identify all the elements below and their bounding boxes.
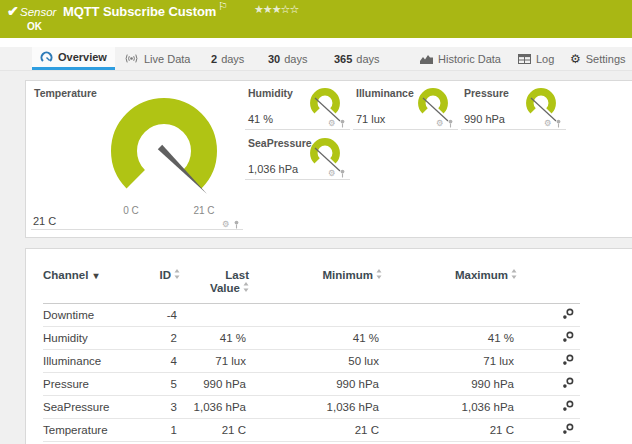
gauge-pin-icon[interactable]: [339, 119, 346, 128]
sort-icon: [376, 269, 382, 279]
channel-id: 3: [137, 396, 180, 419]
channel-name[interactable]: Downtime: [43, 304, 137, 327]
channel-settings-wrench-icon[interactable]: [562, 377, 574, 389]
gauge-value: 21 C: [33, 215, 56, 227]
gauge-icon: [40, 51, 53, 64]
gear-icon: ⚙: [570, 52, 581, 66]
table-row-illuminance: Illuminance 4 71 lux 50 lux 71 lux: [43, 350, 580, 373]
table-row-pressure: Pressure 5 990 hPa 990 hPa 990 hPa: [43, 373, 580, 396]
tab-log[interactable]: Log: [508, 47, 564, 70]
sensor-header: ✔ Sensor MQTT Subscribe Custom ⚐ ★★★☆☆ O…: [0, 0, 632, 38]
flag-icon[interactable]: ⚐: [218, 0, 228, 13]
gauge-title: Pressure: [464, 87, 509, 99]
sort-icon: [243, 282, 249, 292]
priority-stars[interactable]: ★★★☆☆: [254, 3, 298, 16]
gauge-pin-icon[interactable]: [233, 220, 240, 229]
channel-id: 5: [137, 373, 180, 396]
channel-last-value: 990 hPa: [180, 373, 249, 396]
tab-settings[interactable]: ⚙ Settings: [560, 47, 632, 70]
broadcast-icon: [124, 53, 139, 64]
channel-name[interactable]: Pressure: [43, 373, 137, 396]
status-ok-check-icon: ✔: [7, 3, 19, 19]
column-header-channel[interactable]: Channel▾: [43, 249, 137, 304]
channel-minimum: 1,036 hPa: [249, 396, 382, 419]
table-row-humidity: Humidity 2 41 % 41 % 41 %: [43, 327, 580, 350]
table-row-temperature: Temperature 1 21 C 21 C 21 C: [43, 419, 580, 442]
gauge-seapressure: SeaPressure 1,036 hPa ⚙: [248, 137, 353, 183]
tab-live-data[interactable]: Live Data: [114, 47, 200, 70]
gauge-pin-icon[interactable]: [447, 119, 454, 128]
page-title: MQTT Subscribe Custom: [63, 4, 216, 19]
channel-settings-wrench-icon[interactable]: [562, 423, 574, 435]
channel-minimum: 990 hPa: [249, 373, 382, 396]
log-table-icon: [518, 54, 531, 64]
channel-maximum: 1,036 hPa: [382, 396, 517, 419]
column-header-maximum[interactable]: Maximum: [382, 249, 517, 304]
sort-icon: [511, 269, 517, 279]
channel-maximum: [382, 304, 517, 327]
column-header-tools: [517, 249, 580, 304]
gauge-title: Temperature: [34, 87, 97, 99]
gauge-gear-icon[interactable]: ⚙: [328, 168, 336, 178]
channel-minimum: [249, 304, 382, 327]
table-row-seapressure: SeaPressure 3 1,036 hPa 1,036 hPa 1,036 …: [43, 396, 580, 419]
tab-2-days[interactable]: 2 days: [201, 47, 254, 70]
channels-panel: Channel▾ ID LastValue Minimum Maximum Do…: [25, 248, 632, 444]
channel-last-value: 71 lux: [180, 350, 249, 373]
gauge-humidity: Humidity 41 % ⚙: [248, 87, 353, 133]
channel-minimum: 21 C: [249, 419, 382, 442]
channel-id: 2: [137, 327, 180, 350]
chevron-down-icon: ▾: [93, 270, 98, 281]
channel-id: 1: [137, 419, 180, 442]
gauge-scale-max: 21 C: [184, 205, 224, 216]
object-kind-label: Sensor: [20, 6, 56, 18]
column-header-minimum[interactable]: Minimum: [249, 249, 382, 304]
channel-name[interactable]: Illuminance: [43, 350, 137, 373]
channel-last-value: 21 C: [180, 419, 249, 442]
channel-minimum: 50 lux: [249, 350, 382, 373]
channel-maximum: 71 lux: [382, 350, 517, 373]
column-header-id[interactable]: ID: [137, 249, 180, 304]
channel-name[interactable]: Temperature: [43, 419, 137, 442]
gauge-gear-icon[interactable]: ⚙: [436, 118, 444, 128]
column-header-last-value[interactable]: LastValue: [180, 249, 249, 304]
channel-name[interactable]: SeaPressure: [43, 396, 137, 419]
gauge-pressure: Pressure 990 hPa ⚙: [464, 87, 569, 133]
channel-last-value: 41 %: [180, 327, 249, 350]
channel-id: 4: [137, 350, 180, 373]
channel-id: -4: [137, 304, 180, 327]
channel-minimum: 41 %: [249, 327, 382, 350]
channel-settings-wrench-icon[interactable]: [562, 400, 574, 412]
tab-overview[interactable]: Overview: [32, 47, 115, 70]
gauges-panel: Temperature 0 C 21 C 21 C ⚙ Humidity 41 …: [25, 80, 632, 238]
gauge-pin-icon[interactable]: [339, 169, 346, 178]
sort-icon: [174, 269, 180, 279]
tab-365-days[interactable]: 365 days: [324, 47, 390, 70]
channel-settings-wrench-icon[interactable]: [562, 308, 574, 320]
channel-settings-wrench-icon[interactable]: [562, 331, 574, 343]
channel-last-value: [180, 304, 249, 327]
gauge-scale-min: 0 C: [111, 205, 151, 216]
gauge-gear-icon[interactable]: ⚙: [328, 118, 336, 128]
tab-historic-data[interactable]: Historic Data: [410, 47, 511, 70]
area-chart-icon: [420, 54, 433, 64]
gauge-illuminance: Illuminance 71 lux ⚙: [356, 87, 461, 133]
header-gap: [0, 38, 632, 47]
gauge-gear-icon[interactable]: ⚙: [222, 219, 230, 229]
channel-last-value: 1,036 hPa: [180, 396, 249, 419]
table-row-downtime: Downtime -4: [43, 304, 580, 327]
gauge-gear-icon[interactable]: ⚙: [544, 118, 552, 128]
tab-bar: Overview Live Data 2 days 30 days 365 da…: [0, 47, 632, 71]
gauge-title: Humidity: [248, 87, 293, 99]
gauge-value: 71 lux: [356, 113, 385, 125]
channels-table: Channel▾ ID LastValue Minimum Maximum Do…: [43, 249, 580, 442]
gauge-value: 41 %: [248, 113, 273, 125]
tab-30-days[interactable]: 30 days: [258, 47, 318, 70]
gauge-value: 1,036 hPa: [248, 163, 298, 175]
channel-settings-wrench-icon[interactable]: [562, 354, 574, 366]
status-badge: OK: [27, 21, 42, 32]
channel-name[interactable]: Humidity: [43, 327, 137, 350]
main-content: Temperature 0 C 21 C 21 C ⚙ Humidity 41 …: [0, 80, 632, 444]
channel-maximum: 990 hPa: [382, 373, 517, 396]
gauge-pin-icon[interactable]: [555, 119, 562, 128]
